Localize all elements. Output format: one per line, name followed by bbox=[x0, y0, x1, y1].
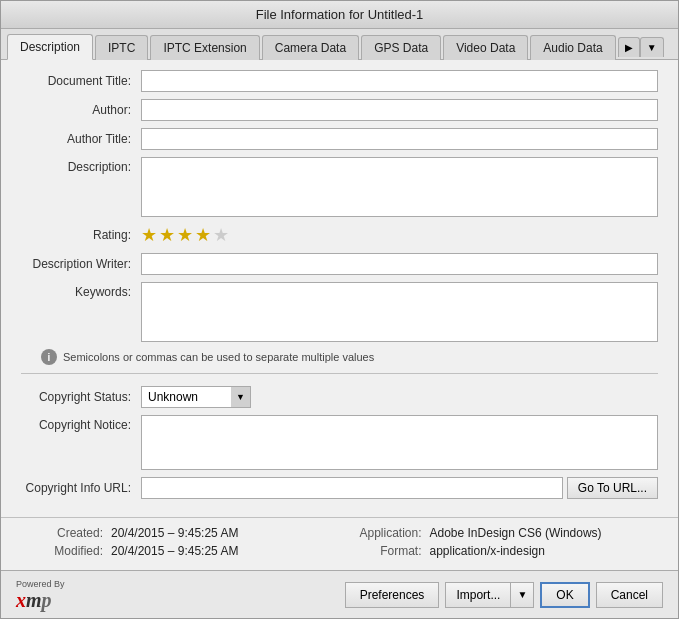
description-writer-input[interactable] bbox=[141, 253, 658, 275]
tabs-dropdown-arrow[interactable]: ▼ bbox=[640, 37, 664, 57]
copyright-status-label: Copyright Status: bbox=[21, 390, 141, 404]
tab-audio-data[interactable]: Audio Data bbox=[530, 35, 615, 60]
created-row: Created: 20/4/2015 – 9:45:25 AM bbox=[21, 526, 340, 540]
application-label: Application: bbox=[340, 526, 430, 540]
description-writer-row: Description Writer: bbox=[21, 253, 658, 275]
format-row: Format: application/x-indesign bbox=[340, 544, 659, 558]
footer: Powered By xmp Preferences Import... ▼ O… bbox=[1, 570, 678, 618]
keywords-row: Keywords: bbox=[21, 282, 658, 342]
description-input[interactable] bbox=[141, 157, 658, 217]
copyright-url-input[interactable] bbox=[141, 477, 563, 499]
document-title-label: Document Title: bbox=[21, 74, 141, 88]
star-4[interactable]: ★ bbox=[195, 224, 211, 246]
section-divider bbox=[21, 373, 658, 374]
tab-camera-data[interactable]: Camera Data bbox=[262, 35, 359, 60]
author-title-label: Author Title: bbox=[21, 132, 141, 146]
copyright-status-wrapper: Unknown Copyrighted Public Domain ▼ bbox=[141, 386, 251, 408]
metadata-section: Created: 20/4/2015 – 9:45:25 AM Modified… bbox=[1, 517, 678, 570]
star-3[interactable]: ★ bbox=[177, 224, 193, 246]
application-row: Application: Adobe InDesign CS6 (Windows… bbox=[340, 526, 659, 540]
description-row: Description: bbox=[21, 157, 658, 217]
star-2[interactable]: ★ bbox=[159, 224, 175, 246]
goto-url-button[interactable]: Go To URL... bbox=[567, 477, 658, 499]
metadata-left: Created: 20/4/2015 – 9:45:25 AM Modified… bbox=[21, 526, 340, 562]
application-value: Adobe InDesign CS6 (Windows) bbox=[430, 526, 602, 540]
tab-iptc[interactable]: IPTC bbox=[95, 35, 148, 60]
modified-row: Modified: 20/4/2015 – 9:45:25 AM bbox=[21, 544, 340, 558]
tabs-bar: Description IPTC IPTC Extension Camera D… bbox=[1, 29, 678, 60]
created-value: 20/4/2015 – 9:45:25 AM bbox=[111, 526, 238, 540]
star-5[interactable]: ★ bbox=[213, 224, 229, 246]
copyright-url-row: Copyright Info URL: Go To URL... bbox=[21, 477, 658, 499]
keywords-hint-row: i Semicolons or commas can be used to se… bbox=[21, 349, 658, 365]
tabs-more-arrow[interactable]: ▶ bbox=[618, 37, 640, 57]
tab-gps-data[interactable]: GPS Data bbox=[361, 35, 441, 60]
xmp-logo: Powered By xmp bbox=[16, 579, 65, 610]
title-bar: File Information for Untitled-1 bbox=[1, 1, 678, 29]
window-title: File Information for Untitled-1 bbox=[256, 7, 424, 22]
format-value: application/x-indesign bbox=[430, 544, 545, 558]
document-title-row: Document Title: bbox=[21, 70, 658, 92]
xmp-brand-text: xmp bbox=[16, 590, 65, 610]
form-area: Document Title: Author: Author Title: De… bbox=[1, 60, 678, 517]
keywords-hint-text: Semicolons or commas can be used to sepa… bbox=[63, 351, 374, 363]
main-window: File Information for Untitled-1 Descript… bbox=[0, 0, 679, 619]
copyright-notice-row: Copyright Notice: bbox=[21, 415, 658, 470]
cancel-button[interactable]: Cancel bbox=[596, 582, 663, 608]
description-writer-label: Description Writer: bbox=[21, 257, 141, 271]
author-input[interactable] bbox=[141, 99, 658, 121]
modified-value: 20/4/2015 – 9:45:25 AM bbox=[111, 544, 238, 558]
content-area: Document Title: Author: Author Title: De… bbox=[1, 60, 678, 618]
author-label: Author: bbox=[21, 103, 141, 117]
import-dropdown-arrow[interactable]: ▼ bbox=[510, 582, 534, 608]
keywords-label: Keywords: bbox=[21, 282, 141, 299]
tab-description[interactable]: Description bbox=[7, 34, 93, 60]
metadata-right: Application: Adobe InDesign CS6 (Windows… bbox=[340, 526, 659, 562]
info-icon: i bbox=[41, 349, 57, 365]
import-button[interactable]: Import... bbox=[445, 582, 510, 608]
document-title-input[interactable] bbox=[141, 70, 658, 92]
tab-video-data[interactable]: Video Data bbox=[443, 35, 528, 60]
rating-label: Rating: bbox=[21, 228, 141, 242]
author-row: Author: bbox=[21, 99, 658, 121]
rating-stars[interactable]: ★ ★ ★ ★ ★ bbox=[141, 224, 231, 246]
import-button-group: Import... ▼ bbox=[445, 582, 534, 608]
tab-iptc-extension[interactable]: IPTC Extension bbox=[150, 35, 259, 60]
star-1[interactable]: ★ bbox=[141, 224, 157, 246]
modified-label: Modified: bbox=[21, 544, 111, 558]
ok-button[interactable]: OK bbox=[540, 582, 589, 608]
keywords-input[interactable] bbox=[141, 282, 658, 342]
created-label: Created: bbox=[21, 526, 111, 540]
rating-row: Rating: ★ ★ ★ ★ ★ bbox=[21, 224, 658, 246]
copyright-status-select[interactable]: Unknown Copyrighted Public Domain bbox=[141, 386, 251, 408]
format-label: Format: bbox=[340, 544, 430, 558]
copyright-status-row: Copyright Status: Unknown Copyrighted Pu… bbox=[21, 382, 658, 408]
import-arrow-icon: ▼ bbox=[517, 589, 527, 600]
copyright-notice-label: Copyright Notice: bbox=[21, 415, 141, 432]
copyright-notice-input[interactable] bbox=[141, 415, 658, 470]
description-label: Description: bbox=[21, 157, 141, 174]
author-title-row: Author Title: bbox=[21, 128, 658, 150]
preferences-button[interactable]: Preferences bbox=[345, 582, 440, 608]
author-title-input[interactable] bbox=[141, 128, 658, 150]
copyright-url-label: Copyright Info URL: bbox=[21, 481, 141, 495]
